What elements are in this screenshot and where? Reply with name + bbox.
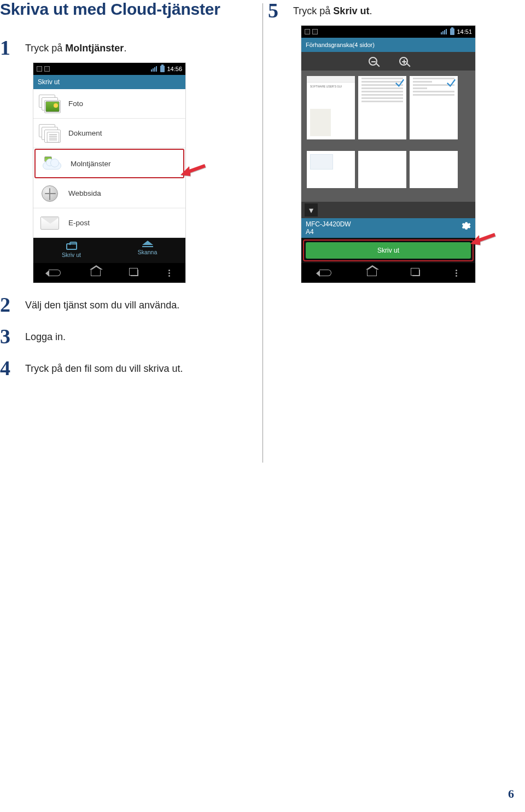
- list-item-label: Webbsida: [68, 189, 101, 197]
- preview-area: SOFTWARE USER'S GUI: [301, 71, 475, 202]
- page-number: 6: [508, 787, 514, 801]
- screenshot-2-wrapper: 14:51 Förhandsgranska(4 sidor) SOFTWARE …: [268, 25, 525, 283]
- status-icon: [37, 66, 42, 72]
- step-text: Logga in.: [25, 326, 66, 343]
- tab-label: Skriv ut: [62, 252, 81, 258]
- status-time: 14:51: [457, 28, 472, 35]
- nav-menu-icon[interactable]: [456, 270, 457, 277]
- cloud-icon: [41, 154, 63, 173]
- print-button-highlight: Skriv ut: [303, 239, 474, 261]
- android-nav-bar: [301, 263, 475, 283]
- step-4: 4 Tryck på den fil som du vill skriva ut…: [0, 358, 257, 378]
- step-number: 4: [0, 358, 25, 378]
- expand-strip: ▾: [301, 202, 475, 218]
- print-button-area: Skriv ut: [301, 238, 475, 263]
- screenshot-1-wrapper: 14:56 Skriv ut Foto Dokument: [0, 62, 257, 283]
- page-thumbnail[interactable]: [358, 151, 406, 188]
- list-item-label: Dokument: [68, 129, 102, 137]
- list-item-webbsida[interactable]: Webbsida: [33, 179, 185, 208]
- list-item-epost[interactable]: E-post: [33, 208, 185, 238]
- svg-marker-1: [470, 233, 495, 245]
- nav-back-icon[interactable]: [49, 270, 61, 276]
- nav-back-icon[interactable]: [319, 270, 331, 276]
- right-column: 5 Tryck på Skriv ut. 14:51 Förhandsgra: [262, 0, 525, 382]
- zoom-toolbar: [301, 52, 475, 71]
- nav-menu-icon[interactable]: [168, 270, 170, 277]
- gear-icon[interactable]: [460, 220, 471, 231]
- section-title: Skriva ut med Cloud-tjänster: [0, 0, 257, 19]
- print-button-label: Skriv ut: [377, 247, 399, 254]
- zoom-in-button[interactable]: [396, 55, 411, 68]
- list-item-label: E-post: [68, 219, 90, 227]
- list-item-dokument[interactable]: Dokument: [33, 119, 185, 148]
- step-text: Tryck på Skriv ut.: [293, 0, 372, 17]
- page-thumbnail[interactable]: [358, 76, 406, 139]
- left-column: Skriva ut med Cloud-tjänster 1 Tryck på …: [0, 0, 262, 382]
- status-icon: [312, 29, 318, 34]
- document-icon: [39, 124, 61, 143]
- chevron-down-icon[interactable]: ▾: [305, 203, 318, 217]
- nav-home-icon[interactable]: [367, 270, 377, 276]
- signal-icon: [441, 29, 447, 34]
- tab-label: Skanna: [138, 249, 158, 255]
- paper-size: A4: [306, 228, 351, 236]
- status-left-icons: [305, 29, 318, 34]
- page-thumbnail[interactable]: SOFTWARE USER'S GUI: [307, 76, 355, 139]
- status-time: 14:56: [167, 66, 182, 72]
- screenshot-print-menu: 14:56 Skriv ut Foto Dokument: [33, 62, 186, 283]
- tab-bar: Skriv ut Skanna: [33, 238, 185, 263]
- page-thumbnail[interactable]: [410, 151, 458, 188]
- page-thumbnail[interactable]: [410, 76, 458, 139]
- scan-icon: [142, 246, 153, 247]
- list-item-molntjanster[interactable]: Molntjänster: [34, 149, 184, 178]
- step-number: 1: [0, 37, 25, 58]
- list-item-foto[interactable]: Foto: [33, 89, 185, 119]
- step-text-prefix: Tryck på: [293, 5, 333, 16]
- android-nav-bar: [33, 263, 185, 283]
- zoom-out-button[interactable]: [365, 55, 381, 68]
- column-divider: [262, 3, 263, 463]
- step-text: Tryck på den fil som du vill skriva ut.: [25, 358, 183, 375]
- step-text-prefix: Tryck på: [25, 43, 65, 54]
- step-number: 5: [268, 0, 293, 21]
- status-right: 14:51: [441, 28, 472, 35]
- tab-scan[interactable]: Skanna: [109, 238, 185, 263]
- status-icon: [305, 29, 310, 34]
- step-number: 3: [0, 326, 25, 347]
- mail-icon: [39, 213, 61, 233]
- status-icon: [44, 66, 50, 72]
- thumbnail-caption: SOFTWARE USER'S GUI: [307, 83, 355, 90]
- tab-print[interactable]: Skriv ut: [33, 238, 109, 263]
- battery-icon: [450, 28, 454, 35]
- step-1: 1 Tryck på Molntjänster.: [0, 37, 257, 58]
- step-5: 5 Tryck på Skriv ut.: [268, 0, 525, 21]
- step-2: 2 Välj den tjänst som du vill använda.: [0, 294, 257, 315]
- photo-icon: [39, 94, 61, 114]
- step-number: 2: [0, 294, 25, 315]
- status-bar: 14:51: [301, 26, 475, 38]
- step-text: Tryck på Molntjänster.: [25, 37, 126, 54]
- step-text-suffix: .: [124, 43, 126, 54]
- app-bar-title: Förhandsgranska(4 sidor): [306, 42, 375, 48]
- print-icon: [66, 243, 77, 250]
- print-button[interactable]: Skriv ut: [306, 242, 471, 259]
- step-text-bold: Skriv ut: [333, 5, 369, 16]
- battery-icon: [160, 66, 165, 72]
- app-bar: Förhandsgranska(4 sidor): [301, 38, 475, 52]
- list-item-label: Foto: [68, 100, 83, 108]
- nav-home-icon[interactable]: [91, 270, 101, 276]
- status-right: 14:56: [151, 66, 182, 72]
- nav-recent-icon[interactable]: [131, 270, 138, 276]
- page: Skriva ut med Cloud-tjänster 1 Tryck på …: [0, 0, 525, 382]
- nav-recent-icon[interactable]: [412, 270, 420, 276]
- printer-model: MFC-J4420DW: [306, 220, 351, 228]
- step-text: Välj den tjänst som du vill använda.: [25, 294, 179, 311]
- signal-icon: [151, 66, 157, 72]
- svg-marker-0: [180, 164, 206, 176]
- screenshot-preview: 14:51 Förhandsgranska(4 sidor) SOFTWARE …: [301, 25, 476, 283]
- globe-icon: [39, 184, 61, 203]
- step-3: 3 Logga in.: [0, 326, 257, 347]
- page-thumbnail[interactable]: [307, 151, 355, 188]
- status-left-icons: [37, 66, 50, 72]
- printer-bar[interactable]: MFC-J4420DW A4: [301, 218, 475, 238]
